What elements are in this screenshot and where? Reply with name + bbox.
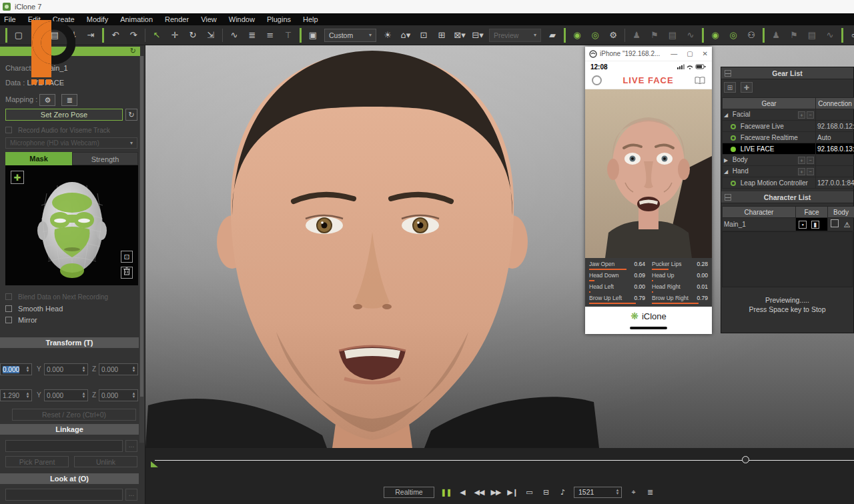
text-tool-icon[interactable]: T (282, 28, 295, 43)
reset-zero-button[interactable]: Reset / Zero (Ctrl+0) (12, 409, 136, 421)
link-tool-icon[interactable]: ∿ (228, 28, 241, 43)
set-zero-pose-button[interactable]: Set Zero Pose (5, 109, 123, 121)
flag-icon[interactable]: ⚑ (648, 28, 661, 43)
camera-icon[interactable]: ⊠▾ (453, 28, 466, 43)
timeline-button[interactable]: ≣ (645, 488, 655, 497)
body-column-header[interactable]: Body (828, 207, 854, 218)
collapse-gear-list-icon[interactable]: — (725, 70, 731, 77)
export-icon[interactable]: ⇥ (84, 28, 97, 43)
go-to-end-button[interactable]: ▶❙ (507, 488, 518, 497)
pause-button[interactable]: ❚❚ (440, 488, 451, 497)
frame-object-icon[interactable]: ⊡ (417, 28, 430, 43)
scene-manager-icon[interactable]: ▣ (306, 28, 320, 43)
playhead-handle[interactable] (742, 456, 749, 463)
select-region-button[interactable]: ⊡ (121, 251, 133, 263)
gear-row-faceware-live[interactable]: Faceware Live 92.168.0.12:802 (723, 121, 854, 132)
collapse-panel-icon[interactable]: ↻ (130, 47, 136, 55)
undo-icon[interactable]: ↶ (109, 28, 122, 43)
calibrate-icon[interactable] (592, 75, 602, 85)
linkage-browse-button[interactable]: ... (125, 440, 137, 452)
connection-column-header[interactable]: Connection (816, 98, 854, 109)
gear-row-leap-motion[interactable]: Leap Motion Controller 127.0.0.1:8437 (723, 177, 854, 189)
loop-button[interactable]: ▭ (524, 488, 534, 497)
gesture-live-icon[interactable]: ◎ (588, 28, 602, 43)
tab-strength[interactable]: Strength (72, 152, 138, 165)
clipboard-icon[interactable]: ▤ (666, 28, 679, 43)
scale-tool-icon[interactable]: ⇲ (204, 28, 218, 43)
gear-row-faceware-realtime[interactable]: Faceware Realtime Auto (723, 132, 854, 143)
add-mask-icon[interactable]: ✚ (11, 171, 24, 184)
select-tool-icon[interactable]: ↖ (150, 28, 163, 43)
mirror-checkbox[interactable] (5, 317, 12, 323)
gear-group-body[interactable]: ▶ Body ＋－ (723, 155, 854, 166)
gear-group-hand[interactable]: ◢ Hand ＋－ (723, 166, 854, 177)
menu-view[interactable]: View (201, 15, 217, 23)
transform-z-field[interactable]: 0.000▲▼ (99, 363, 138, 375)
motion-live-icon[interactable]: ◉ (570, 28, 584, 43)
fast-forward-button[interactable]: ▶▶ (490, 488, 501, 497)
menu-plugins[interactable]: Plugins (267, 15, 291, 23)
mapping-list-button[interactable]: ≣ (61, 94, 77, 106)
mapping-gear-button[interactable]: ⚙ (39, 94, 55, 106)
realtime-button[interactable]: Realtime (384, 487, 434, 498)
menu-animation[interactable]: Animation (120, 15, 153, 23)
unlink-button[interactable]: Unlink (74, 456, 137, 467)
record-audio-checkbox[interactable] (5, 127, 12, 133)
step-back-button[interactable]: ◀ (457, 488, 468, 497)
linkage-header[interactable]: Linkage (0, 424, 139, 435)
gear-column-header[interactable]: Gear (723, 98, 816, 109)
audio-button[interactable]: ♪ (557, 488, 568, 497)
menu-help[interactable]: Help (303, 15, 318, 23)
motion-path-icon[interactable]: ∿ (684, 28, 697, 43)
add-gear-button[interactable]: ⊞ (724, 82, 736, 93)
smooth-head-checkbox[interactable] (5, 305, 12, 312)
face-column-header[interactable]: Face (796, 207, 828, 218)
look-at-browse-button[interactable]: ... (125, 489, 137, 501)
track-target-button[interactable]: ⌖ (628, 488, 638, 497)
character-list-header[interactable]: — Character List (721, 191, 853, 203)
light-icon[interactable]: ☀ (381, 28, 394, 43)
minimize-window-icon[interactable]: — (671, 50, 677, 57)
phone-window-titlebar[interactable]: iPhone "192.168.2... — ▢ ✕ (585, 47, 712, 61)
render-icon[interactable]: ⊟▾ (471, 28, 484, 43)
avatar-icon[interactable]: ♟ (630, 28, 643, 43)
panel-scrollbar[interactable] (139, 56, 144, 443)
character-row-main1[interactable]: Main_1 ▪ ▮ ⚠ (723, 218, 854, 231)
body-checkbox[interactable] (831, 219, 839, 227)
help-book-icon[interactable] (695, 77, 705, 85)
character-column-header[interactable]: Character (723, 207, 796, 218)
transform-y-field[interactable]: 0.000▲▼ (44, 363, 88, 375)
align-icon[interactable]: ≣ (246, 28, 259, 43)
align-add-icon[interactable]: ≡ (264, 28, 277, 43)
rotate-x-field[interactable]: 1.290▲▼ (0, 389, 32, 401)
tab-mask[interactable]: Mask (5, 152, 72, 165)
rotate-y-field[interactable]: 0.000▲▼ (44, 389, 88, 401)
camcorder-icon[interactable]: ▰ (546, 28, 559, 43)
close-window-icon[interactable]: ✕ (703, 50, 708, 57)
clipboard2-icon[interactable]: ▤ (805, 28, 819, 43)
face-live-icon[interactable]: ◉ (709, 28, 722, 43)
menu-file[interactable]: File (4, 15, 16, 23)
redo-icon[interactable]: ↷ (127, 28, 140, 43)
rotate-z-field[interactable]: 0.000▲▼ (99, 389, 138, 401)
frame-input[interactable]: 1521▲▼ (574, 487, 622, 498)
move-tool-icon[interactable]: ✛ (168, 28, 181, 43)
camera-view-combo[interactable]: Custom▾ (324, 29, 376, 42)
microphone-select[interactable]: Microphone (HD via Webcam)▾ (5, 137, 137, 149)
refresh-pose-button[interactable]: ↻ (125, 109, 137, 121)
hand-live-icon[interactable]: ◎ (727, 28, 740, 43)
rotate-tool-icon[interactable]: ↻ (186, 28, 199, 43)
link-gear-icon[interactable]: ⚙ (606, 28, 620, 43)
gear-row-live-face[interactable]: LIVE FACE 92.168.0.13:999 (723, 143, 854, 155)
look-at-target-field[interactable] (5, 489, 123, 501)
look-at-header[interactable]: Look at (O) (0, 473, 139, 484)
transform-header[interactable]: Transform (T) (0, 337, 139, 348)
face-mask-preview[interactable]: ✚ ⊡ (5, 165, 138, 285)
flag2-icon[interactable]: ⚑ (787, 28, 801, 43)
render-preset-combo[interactable]: Preview▾ (489, 29, 541, 42)
motion-path2-icon[interactable]: ∿ (823, 28, 837, 43)
gear-list-header[interactable]: — Gear List (721, 67, 853, 79)
rewind-button[interactable]: ◀◀ (474, 488, 484, 497)
face-active-checkbox[interactable]: ▪ (799, 221, 807, 229)
crowd-icon[interactable]: ⚇ (745, 28, 758, 43)
